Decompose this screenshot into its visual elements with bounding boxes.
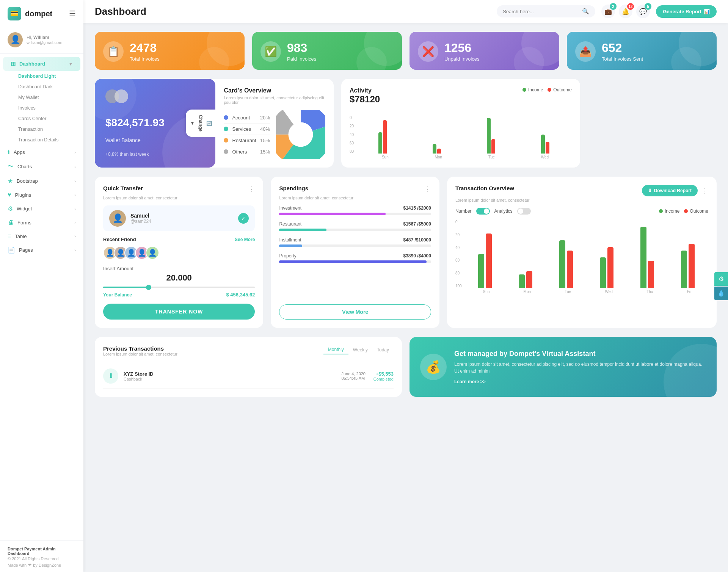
number-toggle[interactable] — [476, 208, 490, 215]
spendings-panel: Spendings ⋮ Lorem ipsum dolor sit amet, … — [271, 177, 439, 328]
drop-side-button[interactable]: 💧 — [714, 287, 728, 300]
page-title: Dashboard — [95, 6, 491, 17]
sidebar-item-charts[interactable]: 〜 Charts › — [0, 159, 83, 174]
recent-friend-label: Recent Friend — [103, 237, 136, 242]
search-box[interactable]: 🔍 — [497, 5, 595, 17]
paid-invoices-number: 983 — [287, 41, 316, 55]
sidebar-item-widget[interactable]: ⚙ Widget › — [0, 202, 83, 216]
submenu-item-transaction-details[interactable]: Transaction Details — [11, 135, 83, 145]
paid-invoices-icon: ✅ — [260, 41, 281, 62]
virtual-assistant-panel: 💰 Get managed by Dompet's Virtual Assist… — [410, 337, 717, 397]
submenu-item-dashboard-dark[interactable]: Dashboard Dark — [11, 81, 83, 92]
bootstrap-icon: ★ — [8, 177, 13, 185]
spending-installment: Installment $487 /$10000 — [279, 237, 431, 247]
tx-overview-menu[interactable]: ⋮ — [701, 186, 708, 195]
spendings-menu[interactable]: ⋮ — [424, 185, 431, 193]
bar-pair-mon — [433, 144, 441, 154]
sidebar-item-plugins[interactable]: ♥ Plugins › — [0, 188, 83, 202]
prev-row: Previous Transactions Lorem ipsum dolor … — [95, 337, 717, 397]
main-area: Dashboard 🔍 💼 2 🔔 12 💬 5 Generate Report… — [83, 0, 728, 572]
hamburger-icon[interactable]: ☰ — [69, 9, 76, 18]
sidebar-item-forms[interactable]: 🖨 Forms › — [0, 216, 83, 229]
download-icon: ⬇ — [648, 188, 652, 193]
income-bar-sun — [378, 132, 382, 154]
tab-weekly[interactable]: Weekly — [348, 346, 372, 354]
chevron-right-icon: › — [74, 193, 76, 197]
outcome-bar-sun — [383, 120, 387, 154]
sidebar-item-table[interactable]: ≡ Table › — [0, 229, 83, 243]
search-input[interactable] — [503, 9, 579, 14]
spendings-title: Spendings — [279, 185, 308, 191]
income-bar-mon — [433, 144, 436, 154]
activity-chart: 806040200 — [350, 110, 572, 159]
spending-restaurant: Restaurant $1567 /$5000 — [279, 221, 431, 231]
tab-monthly[interactable]: Monthly — [323, 345, 348, 354]
sidebar-item-apps[interactable]: ℹ Apps › — [0, 145, 83, 159]
header: Dashboard 🔍 💼 2 🔔 12 💬 5 Generate Report… — [83, 0, 728, 23]
forms-icon: 🖨 — [8, 219, 14, 226]
transfer-now-button[interactable]: TRANSFER NOW — [103, 304, 255, 320]
header-icons: 💼 2 🔔 12 💬 5 — [601, 5, 650, 18]
tx-bar-tue — [559, 240, 573, 288]
sidebar: 💳 dompet ☰ 👤 Hi, William william@gmail.c… — [0, 0, 83, 572]
quick-transfer-menu[interactable]: ⋮ — [248, 185, 255, 193]
logo-icon: 💳 — [8, 7, 21, 20]
nav-section: ⊞ Dashboard ▼ Dashboard Light Dashboard … — [0, 54, 83, 260]
chat-icon-btn[interactable]: 💬 5 — [636, 5, 650, 18]
spending-property: Property $3890 /$4000 — [279, 253, 431, 263]
content-area: 📋 2478 Total Invoices ✅ 983 Paid Invoice… — [83, 23, 728, 406]
tx-bar-thu — [640, 227, 654, 288]
chevron-down-icon: ▼ — [69, 62, 73, 66]
tab-today[interactable]: Today — [372, 346, 394, 354]
download-report-button[interactable]: ⬇ Download Report — [642, 185, 698, 196]
submenu-item-invoices[interactable]: Invoices — [11, 103, 83, 113]
toggle-analytics-label: Analytics — [494, 208, 513, 214]
tx-bar-sun — [478, 234, 492, 288]
overview-others: Others 15% — [224, 146, 270, 157]
change-button[interactable]: 🔄 Change ▼ — [186, 110, 215, 137]
activity-title: Activity — [350, 87, 380, 94]
chevron-right-icon: › — [74, 220, 76, 225]
amount-slider[interactable] — [103, 287, 255, 288]
cards-overview-title: Card's Overview — [224, 87, 325, 94]
notification-icon-btn[interactable]: 🔔 12 — [619, 5, 632, 18]
tx-name: XYZ Store ID — [124, 371, 154, 377]
stat-card-paid-invoices: ✅ 983 Paid Invoices — [252, 32, 402, 70]
outcome-bar-tue — [491, 139, 495, 154]
friends-avatars: 👤 👤 👤 👤 👤 — [103, 246, 255, 260]
sidebar-item-dashboard[interactable]: ⊞ Dashboard ▼ — [3, 57, 80, 71]
cards-overview-sub: Lorem ipsum dolor sit amet, consectetur … — [224, 96, 325, 105]
activity-panel: Activity $78120 Income Outcome — [341, 79, 580, 168]
tx-overview-title: Transaction Overview — [455, 185, 514, 191]
sidebar-item-bootstrap[interactable]: ★ Bootstrap › — [0, 174, 83, 188]
generate-report-button[interactable]: Generate Report 📊 — [656, 5, 717, 18]
table-row: ⬇ XYZ Store ID Cashback June 4, 2020 05:… — [103, 364, 394, 389]
see-more-link[interactable]: See More — [235, 237, 255, 242]
user-email: william@gmail.com — [27, 40, 62, 45]
app-name: dompet — [25, 9, 52, 18]
sidebar-item-pages[interactable]: 📄 Pages › — [0, 243, 83, 257]
tx-bar-mon — [519, 271, 532, 288]
submenu-item-cards-center[interactable]: Cards Center — [11, 113, 83, 124]
tx-amount: +$5,553 — [371, 371, 394, 377]
va-learn-more[interactable]: Learn more >> — [454, 379, 706, 384]
submenu-item-my-wallet[interactable]: My Wallet — [11, 92, 83, 103]
hi-label: Hi, William — [27, 35, 62, 40]
dot-services — [224, 127, 228, 131]
submenu-item-dashboard-light[interactable]: Dashboard Light — [11, 71, 83, 81]
spendings-list: Investment $1415 /$2000 Restaurant — [279, 205, 431, 304]
wallet-icon-btn[interactable]: 💼 2 — [601, 5, 615, 18]
balance-value: $ 456,345.62 — [226, 292, 255, 298]
charts-icon: 〜 — [8, 163, 14, 171]
tx-x-axis: SunMonTueWedThuFri — [455, 290, 708, 294]
overview-account: Account 20% — [224, 112, 270, 124]
settings-side-button[interactable]: ⚙ — [714, 272, 728, 286]
view-more-button[interactable]: View More — [279, 304, 431, 320]
chart-icon: 📊 — [704, 9, 710, 14]
friend-thumb-5[interactable]: 👤 — [146, 246, 159, 260]
chevron-right-icon: › — [74, 248, 76, 252]
tx-overview-sub: Lorem ipsum dolor sit amet, consectetur — [455, 198, 708, 202]
analytics-toggle[interactable] — [517, 208, 531, 215]
dot-account — [224, 115, 228, 120]
submenu-item-transaction[interactable]: Transaction — [11, 124, 83, 135]
